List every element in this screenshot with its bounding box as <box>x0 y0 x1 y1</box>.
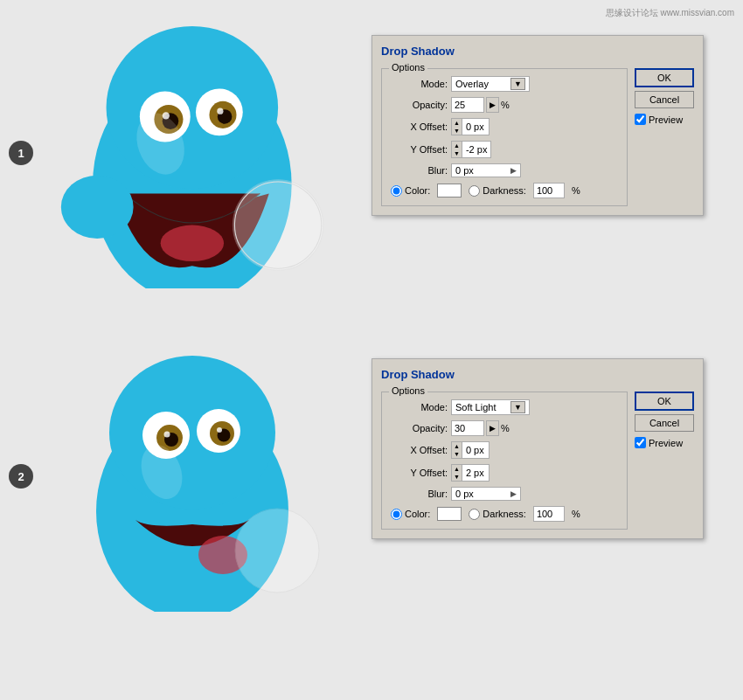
yoffset-row-2: Y Offset: ▲ ▼ 2 px <box>391 464 618 482</box>
darkness-radio-input-2[interactable] <box>469 509 480 520</box>
ok-button-1[interactable]: OK <box>635 68 694 87</box>
dialog-2-title: Drop Shadow <box>381 368 694 385</box>
preview-label-2: Preview <box>649 438 683 448</box>
options-label-2: Options <box>389 385 427 396</box>
opacity-arrow-2[interactable]: ▶ <box>486 420 499 436</box>
yoffset-row-1: Y Offset: ▲ ▼ -2 px <box>391 141 618 158</box>
preview-label-1: Preview <box>649 114 683 125</box>
mode-select-1[interactable]: Overlay ▼ <box>451 76 530 92</box>
svg-point-9 <box>217 108 223 114</box>
darkness-input-2[interactable] <box>533 506 565 522</box>
blur-field-2: 0 px ▶ <box>451 487 521 501</box>
yoffset-val-1: -2 px <box>462 143 490 156</box>
xoffset-label-1: X Offset: <box>391 121 448 132</box>
svg-point-26 <box>235 509 319 593</box>
xoffset-spinners-1[interactable]: ▲ ▼ <box>452 119 462 135</box>
color-radio-2: Color: <box>391 509 430 520</box>
yoffset-label-1: Y Offset: <box>391 144 448 155</box>
yoffset-up-1[interactable]: ▲ <box>452 142 462 149</box>
options-label-1: Options <box>389 62 427 73</box>
darkness-label-2: Darkness: <box>483 509 526 519</box>
cancel-button-2[interactable]: Cancel <box>635 414 694 432</box>
xoffset-down-1[interactable]: ▼ <box>452 127 462 135</box>
darkness-radio-input-1[interactable] <box>469 185 480 197</box>
xoffset-row-2: X Offset: ▲ ▼ 0 px <box>391 441 618 459</box>
blur-label-2: Blur: <box>391 489 448 499</box>
yoffset-down-2[interactable]: ▼ <box>452 473 462 481</box>
darkness-unit-2: % <box>572 509 580 519</box>
dialog-2: Drop Shadow Options Mode: Soft Light ▼ O… <box>372 358 704 539</box>
opacity-row-2: Opacity: ▶ % <box>391 420 618 436</box>
xoffset-label-2: X Offset: <box>391 445 448 455</box>
opacity-row-1: Opacity: ▶ % <box>391 97 618 113</box>
color-label-2: Color: <box>405 509 430 519</box>
opacity-arrow-1[interactable]: ▶ <box>486 97 499 113</box>
color-radio-1: Color: <box>391 185 430 197</box>
svg-point-16 <box>109 356 275 509</box>
mode-row-2: Mode: Soft Light ▼ <box>391 399 618 415</box>
darkness-input-1[interactable] <box>533 183 565 198</box>
panel-1: 1 <box>0 0 743 306</box>
dialog-2-options: Options Mode: Soft Light ▼ Opacity: ▶ % <box>381 392 628 530</box>
svg-point-12 <box>233 180 323 270</box>
mode-arrow-1[interactable]: ▼ <box>510 78 525 90</box>
opacity-label-2: Opacity: <box>391 423 448 433</box>
svg-point-11 <box>161 225 224 261</box>
opacity-field-1: ▶ % <box>451 97 510 113</box>
step-1-circle: 1 <box>9 141 33 165</box>
xoffset-spinners-2[interactable]: ▲ ▼ <box>452 442 462 458</box>
svg-point-24 <box>217 427 222 433</box>
xoffset-val-1: 0 px <box>462 121 489 133</box>
color-row-1: Color: Darkness: % <box>391 183 618 198</box>
blur-val-2: 0 px <box>455 489 474 499</box>
color-radio-input-2[interactable] <box>391 509 402 520</box>
yoffset-spinners-1[interactable]: ▲ ▼ <box>452 142 462 157</box>
preview-checkbox-1[interactable] <box>635 114 646 125</box>
svg-point-10 <box>61 176 134 239</box>
mode-select-2[interactable]: Soft Light ▼ <box>451 399 530 415</box>
yoffset-spinners-2[interactable]: ▲ ▼ <box>452 465 462 481</box>
xoffset-down-2[interactable]: ▼ <box>452 450 462 458</box>
dialog-1-title: Drop Shadow <box>381 45 694 61</box>
xoffset-up-2[interactable]: ▲ <box>452 442 462 450</box>
xoffset-field-1: ▲ ▼ 0 px <box>451 118 490 135</box>
yoffset-down-1[interactable]: ▼ <box>452 149 462 157</box>
opacity-unit-2: % <box>501 423 510 433</box>
darkness-unit-1: % <box>572 185 580 196</box>
yoffset-val-2: 2 px <box>462 467 489 479</box>
xoffset-up-1[interactable]: ▲ <box>452 119 462 127</box>
blur-arrow-2[interactable]: ▶ <box>510 489 517 498</box>
blur-row-2: Blur: 0 px ▶ <box>391 487 618 501</box>
opacity-unit-1: % <box>501 100 510 110</box>
cancel-button-1[interactable]: Cancel <box>635 91 694 108</box>
opacity-input-1[interactable] <box>451 97 484 113</box>
preview-checkbox-2[interactable] <box>635 437 646 448</box>
dialog-1-buttons: OK Cancel Preview <box>635 68 694 206</box>
dialog-1: Drop Shadow Options Mode: Overlay ▼ Opac… <box>372 35 704 216</box>
blur-arrow-1[interactable]: ▶ <box>510 166 517 175</box>
opacity-label-1: Opacity: <box>391 100 448 110</box>
panel-2: 2 <box>0 323 743 629</box>
color-box-2[interactable] <box>437 507 462 521</box>
svg-point-23 <box>164 432 170 438</box>
color-radio-input-1[interactable] <box>391 185 402 197</box>
blur-row-1: Blur: 0 px ▶ <box>391 163 618 177</box>
yoffset-field-2: ▲ ▼ 2 px <box>451 464 490 482</box>
yoffset-up-2[interactable]: ▲ <box>452 465 462 473</box>
xoffset-val-2: 0 px <box>462 444 489 456</box>
xoffset-field-2: ▲ ▼ 0 px <box>451 441 490 459</box>
step-2-circle: 2 <box>9 464 33 489</box>
mode-row-1: Mode: Overlay ▼ <box>391 76 618 92</box>
color-box-1[interactable] <box>437 184 462 198</box>
darkness-radio-1: Darkness: <box>469 185 526 197</box>
character-1 <box>39 26 354 288</box>
mode-label-1: Mode: <box>391 79 448 89</box>
xoffset-row-1: X Offset: ▲ ▼ 0 px <box>391 118 618 135</box>
preview-check-1: Preview <box>635 114 694 125</box>
ok-button-2[interactable]: OK <box>635 392 694 411</box>
mode-label-2: Mode: <box>391 402 448 412</box>
opacity-input-2[interactable] <box>451 420 484 436</box>
mode-arrow-2[interactable]: ▼ <box>510 401 525 413</box>
blur-val-1: 0 px <box>455 165 474 176</box>
watermark: 思缘设计论坛 www.missvian.com <box>606 7 734 19</box>
